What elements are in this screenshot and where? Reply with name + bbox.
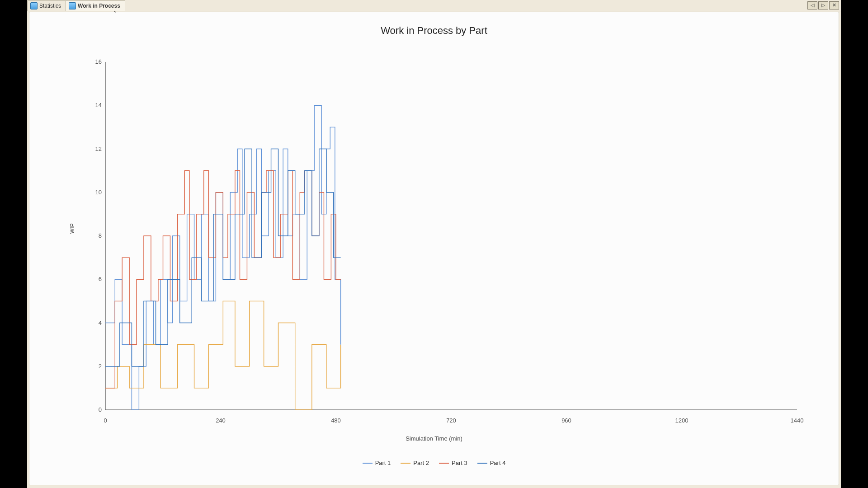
legend-swatch-icon <box>439 463 449 464</box>
legend-item-part1: Part 1 <box>363 460 391 466</box>
tab-bar: Statistics Work in Process ◁ ▷ ✕ <box>27 0 841 11</box>
legend-label: Part 4 <box>490 460 506 466</box>
y-axis-label: WIP <box>69 223 75 234</box>
legend-item-part2: Part 2 <box>401 460 429 466</box>
chart-icon <box>30 2 38 9</box>
chart-title: Work in Process by Part <box>29 25 839 37</box>
chart-panel: Work in Process by Part WIP Simulation T… <box>29 12 839 485</box>
x-tick-label: 240 <box>207 417 234 424</box>
y-tick-label: 2 <box>88 363 102 370</box>
y-tick-label: 8 <box>88 232 102 239</box>
legend-swatch-icon <box>363 463 373 464</box>
chart-plot-area <box>105 62 797 410</box>
legend-swatch-icon <box>477 463 487 464</box>
y-tick-label: 10 <box>88 189 102 196</box>
legend-item-part4: Part 4 <box>477 460 506 466</box>
window-buttons: ◁ ▷ ✕ <box>807 1 839 9</box>
y-tick-label: 6 <box>88 276 102 282</box>
y-tick-label: 16 <box>88 58 102 65</box>
x-tick-label: 960 <box>553 417 580 424</box>
x-tick-label: 0 <box>92 417 119 424</box>
tab-work-in-process[interactable]: Work in Process <box>66 0 125 11</box>
chart-legend: Part 1 Part 2 Part 3 Part 4 <box>29 460 839 466</box>
next-window-button[interactable]: ▷ <box>818 1 828 9</box>
legend-label: Part 2 <box>413 460 429 466</box>
x-tick-label: 720 <box>438 417 465 424</box>
app-window: Statistics Work in Process ◁ ▷ ✕ Work in… <box>27 0 841 488</box>
legend-label: Part 1 <box>375 460 391 466</box>
x-tick-label: 1440 <box>783 417 811 424</box>
legend-item-part3: Part 3 <box>439 460 467 466</box>
y-tick-label: 0 <box>88 406 102 413</box>
y-tick-label: 4 <box>88 319 102 326</box>
tab-label: Work in Process <box>78 3 120 9</box>
y-tick-label: 12 <box>88 145 102 152</box>
chart-icon <box>69 2 76 9</box>
tab-label: Statistics <box>39 3 61 9</box>
chart-svg <box>105 62 797 410</box>
legend-label: Part 3 <box>452 460 467 466</box>
prev-window-button[interactable]: ◁ <box>807 1 817 9</box>
x-tick-label: 480 <box>322 417 349 424</box>
y-tick-label: 14 <box>88 102 102 108</box>
x-axis-label: Simulation Time (min) <box>29 435 839 442</box>
close-window-button[interactable]: ✕ <box>829 1 839 9</box>
x-tick-label: 1200 <box>668 417 695 424</box>
tab-statistics[interactable]: Statistics <box>27 0 66 11</box>
legend-swatch-icon <box>401 463 410 464</box>
